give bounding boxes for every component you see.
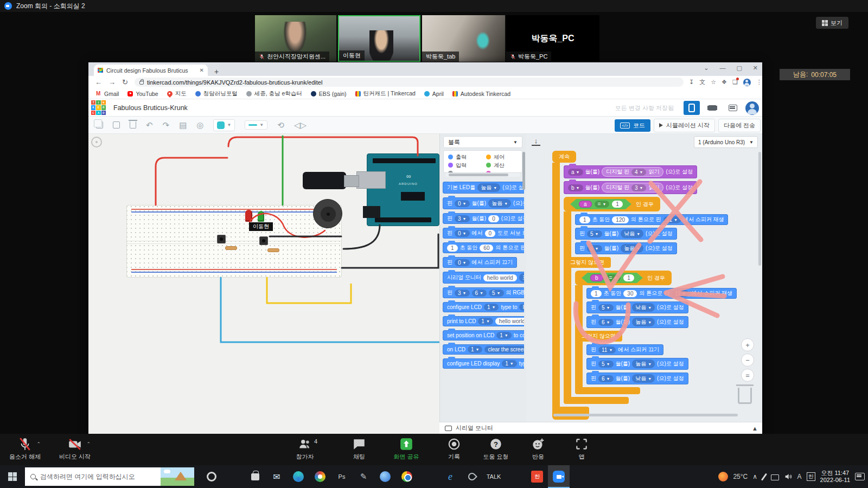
forever-block[interactable]: 계속a▼을(를)디지털 핀4▼읽기(으)로 설정b▼을(를)디지털 핀3▼읽기(… xyxy=(552,151,737,420)
zoom-in-button[interactable]: + xyxy=(741,338,754,351)
block-dropdown[interactable]: 높음▼ xyxy=(621,244,643,253)
notes-icon[interactable]: ▤ xyxy=(179,121,187,129)
bookmark-tinkercad[interactable]: 틴커캐드 | Tinkercad xyxy=(355,90,416,98)
block-value-input[interactable]: 1 xyxy=(579,216,590,223)
block-dropdown[interactable]: =▼ xyxy=(606,274,621,281)
browser-menu-icon[interactable]: ⋮ xyxy=(756,79,762,86)
block-dropdown[interactable]: clear the screen▼ xyxy=(484,346,524,353)
block-value-input[interactable]: hello world xyxy=(483,274,517,281)
block-dropdown[interactable]: 4▼ xyxy=(631,169,647,176)
block-value-input[interactable]: 1 xyxy=(623,274,634,281)
url-input[interactable]: tinkercad.com/things/9KAKJVQZrd2-fabulou… xyxy=(135,78,684,87)
bookmark-portal[interactable]: 청담러닝포털 xyxy=(195,90,238,98)
block-value-input[interactable]: 1 xyxy=(591,290,602,297)
code-block[interactable]: 핀0▼에서 스피커 끄기 xyxy=(443,257,517,268)
code-block[interactable]: configure LED display1▼type to7-▼ xyxy=(443,358,524,369)
taskbar-app-store[interactable] xyxy=(244,465,266,488)
block-dropdown[interactable]: =▼ xyxy=(595,201,610,208)
start-simulation-button[interactable]: 시뮬레이션 시작 xyxy=(654,119,715,132)
taskbar-app-sphere[interactable] xyxy=(374,465,396,488)
chevron-up-icon[interactable]: ⌃ xyxy=(36,441,41,447)
block-dropdown[interactable]: b▼ xyxy=(568,184,583,191)
taskbar-app-zoom[interactable] xyxy=(548,465,570,488)
block-value-input[interactable]: 120 xyxy=(612,216,629,223)
chevron-down-icon[interactable]: ⌄ xyxy=(704,65,709,72)
category-hidden[interactable] xyxy=(448,169,484,173)
block-dropdown[interactable]: 1▼ xyxy=(484,304,499,311)
if-block[interactable]: b=▼1인 경우1초 동안30의 톤으로 핀11▼에서 스피커 재생핀5▼을(를… xyxy=(575,271,737,394)
block-dropdown[interactable]: 0▼ xyxy=(455,259,470,266)
chevron-up-icon[interactable]: ⌃ xyxy=(86,441,91,447)
send-to-button[interactable]: 다음에 전송 xyxy=(718,119,761,132)
block-dropdown[interactable]: 6▼ xyxy=(598,375,614,382)
tab-close-icon[interactable]: ✕ xyxy=(200,67,204,73)
code-block[interactable]: set position on LCD1▼to column xyxy=(443,330,524,341)
block-dropdown[interactable]: 높음▼ xyxy=(488,199,511,208)
browser-profile-avatar[interactable] xyxy=(743,79,751,86)
extensions-icon[interactable]: ❖ xyxy=(722,79,727,86)
redo-icon[interactable]: ↷ xyxy=(163,121,170,129)
taskbar-app-opera[interactable] xyxy=(201,465,222,488)
code-block[interactable]: 기본 LED를높음▼(으)로 설정 xyxy=(443,182,524,194)
zoom-fit-button[interactable]: = xyxy=(741,369,754,382)
code-block[interactable]: 핀0▼에서0도로 서보 회전 xyxy=(443,228,524,239)
block-dropdown[interactable]: 6▼ xyxy=(472,290,487,297)
code-block[interactable]: print to LCD1▼hello world xyxy=(443,316,524,326)
translate-icon[interactable]: 文 xyxy=(699,78,705,86)
code-block[interactable]: 핀6▼을(를)낮음▼(으)로 설정 xyxy=(586,373,688,384)
category-계산[interactable]: 계산 xyxy=(486,161,522,169)
block-value-input[interactable]: 0 xyxy=(488,215,499,222)
block-value-input[interactable]: 1 xyxy=(612,201,623,208)
weather-tray-icon[interactable] xyxy=(718,472,728,481)
taskbar-app-chrome[interactable] xyxy=(396,465,418,488)
block-dropdown[interactable]: 낮음▼ xyxy=(632,303,655,312)
category-출력[interactable]: 출력 xyxy=(448,153,484,161)
code-block[interactable]: 핀6▼을(를)높음▼(으)로 설정 xyxy=(575,242,677,254)
block-dropdown[interactable]: 5▼ xyxy=(598,361,614,368)
code-block[interactable]: 핀5▼을(를)낮음▼(으)로 설정 xyxy=(586,301,688,313)
block-dropdown[interactable]: 높음▼ xyxy=(632,359,655,368)
zoom-toolbar-participants-button[interactable]: 4참가자 xyxy=(284,437,326,461)
zoom-out-button[interactable]: − xyxy=(741,354,754,367)
black-wire[interactable] xyxy=(343,225,380,249)
block-dropdown[interactable]: 11▼ xyxy=(672,290,689,297)
block-dropdown[interactable]: 0▼ xyxy=(455,200,470,207)
palette-scrollbar[interactable] xyxy=(522,152,525,190)
block-dropdown[interactable]: 5▼ xyxy=(587,230,602,237)
zoom-toolbar-video-button[interactable]: ⌃비디오 시작 xyxy=(54,437,95,461)
code-block[interactable]: on LCD1▼clear the screen▼ xyxy=(443,344,524,355)
code-block[interactable]: b▼을(를)디지털 핀3▼읽기(으)로 설정 xyxy=(564,181,697,194)
reporter-block[interactable]: 디지털 핀4▼읽기 xyxy=(602,167,663,177)
block-value-input[interactable]: 30 xyxy=(623,290,637,297)
variable-reporter[interactable]: a xyxy=(579,201,592,208)
minimize-button[interactable]: — xyxy=(719,65,725,72)
code-block[interactable]: 1초 동안60의 톤으로 핀 xyxy=(443,242,524,253)
back-button[interactable]: ← xyxy=(95,78,102,86)
block-dropdown[interactable]: 높음▼ xyxy=(477,183,500,192)
blue-wire[interactable] xyxy=(221,278,439,342)
tinkercad-avatar[interactable] xyxy=(745,101,759,115)
taskbar-app-hangul[interactable]: 한 xyxy=(526,465,548,488)
board-selector-dropdown[interactable]: 1 (Arduino Uno R3)▼ xyxy=(694,136,758,148)
maximize-button[interactable]: ▢ xyxy=(736,65,742,72)
workspace-vscrollbar[interactable] xyxy=(758,152,761,266)
pen-icon[interactable] xyxy=(761,473,767,480)
block-dropdown[interactable]: 1▼ xyxy=(496,332,512,339)
color-picker[interactable]: ▼ xyxy=(213,119,235,131)
code-block[interactable]: configure LCD1▼type toI2C (MC▼ xyxy=(443,302,524,312)
yellow-wire[interactable] xyxy=(267,278,351,303)
category-입력[interactable]: 입력 xyxy=(448,161,484,169)
taskbar-app-photoshop[interactable]: Ps xyxy=(331,465,353,488)
zoom-toolbar-mute-button[interactable]: ⌃음소거 해제 xyxy=(4,437,46,461)
palette-mode-dropdown[interactable]: 블록▼ xyxy=(443,136,522,148)
block-dropdown[interactable]: 낮음▼ xyxy=(621,229,643,238)
condition-hexagon[interactable]: a=▼1 xyxy=(570,199,631,209)
ime-korean-indicator[interactable]: 한 xyxy=(807,472,815,481)
breadboard-view-button[interactable] xyxy=(684,101,700,115)
code-button[interactable]: </>코드 xyxy=(615,119,650,132)
block-value-input[interactable]: hello world xyxy=(495,318,524,325)
mirror-icon[interactable]: ◁▷ xyxy=(294,121,307,129)
taskbar-app-kakaotalk[interactable]: TALK xyxy=(483,465,505,488)
gallery-view-button[interactable]: 보기 xyxy=(816,17,848,29)
copy-icon[interactable] xyxy=(96,121,103,129)
